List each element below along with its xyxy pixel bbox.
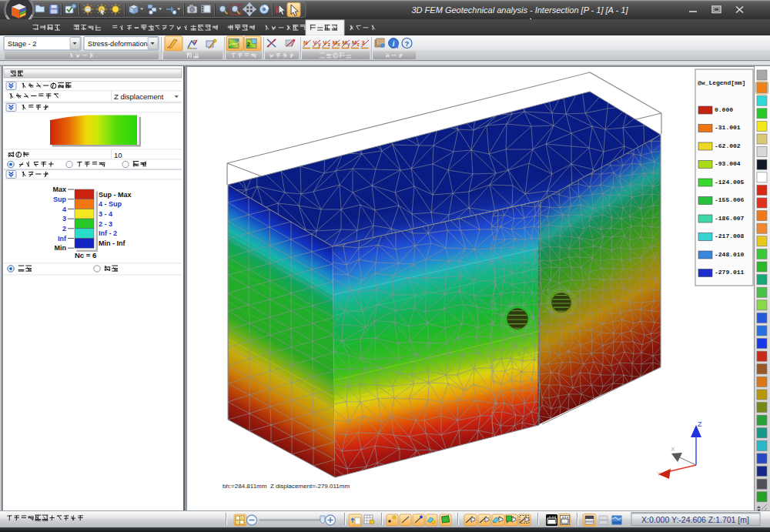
svg-text:2: 2	[62, 225, 66, 233]
svg-text:-155.006: -155.006	[715, 196, 745, 203]
svg-text:Max: Max	[52, 186, 66, 193]
svg-text:Z: Z	[698, 420, 702, 428]
svg-text:Inf - 2: Inf - 2	[99, 229, 117, 237]
svg-text:?: ?	[405, 39, 410, 48]
svg-text:-186.007: -186.007	[715, 215, 745, 222]
svg-text:-31.001: -31.001	[715, 124, 741, 131]
svg-text:3D FEM Geotechnical analysis -: 3D FEM Geotechnical analysis - Intersect…	[411, 5, 628, 15]
svg-text:y: y	[318, 42, 321, 48]
svg-text:2: 2	[247, 42, 250, 47]
svg-text:Inf: Inf	[58, 235, 67, 243]
svg-text:3 - 4: 3 - 4	[99, 210, 112, 218]
svg-text:Y: Y	[657, 470, 661, 477]
svg-text:Z displacement: Z displacement	[114, 92, 164, 101]
svg-text:Sup - Max: Sup - Max	[99, 191, 132, 199]
svg-text:10: 10	[114, 151, 122, 159]
svg-text:-124.005: -124.005	[715, 179, 745, 186]
svg-text:X:0.000 Y:-24.606 Z:1.701 [m]: X:0.000 Y:-24.606 Z:1.701 [m]	[641, 515, 749, 524]
svg-text:Stage - 2: Stage - 2	[8, 40, 36, 48]
svg-text:-217.008: -217.008	[715, 233, 745, 239]
svg-text:0.000: 0.000	[715, 106, 733, 113]
svg-text:-279.011: -279.011	[715, 269, 745, 276]
svg-text:Min - Inf: Min - Inf	[99, 239, 126, 247]
svg-text:Min: Min	[55, 244, 67, 252]
svg-text:4: 4	[62, 206, 66, 213]
svg-text:x: x	[337, 42, 340, 47]
svg-text:4 - Sup: 4 - Sup	[99, 200, 122, 208]
svg-text:2 - 3: 2 - 3	[99, 220, 112, 228]
svg-text:Stress-deformation: Stress-deformation	[88, 40, 148, 48]
svg-text:3: 3	[62, 215, 66, 223]
svg-text:-248.010: -248.010	[715, 251, 745, 258]
svg-text:Nc = 6: Nc = 6	[75, 251, 96, 259]
svg-text:@w_Legend[mm]: @w_Legend[mm]	[698, 79, 745, 86]
svg-text:X: X	[671, 446, 675, 453]
svg-text:Sup: Sup	[53, 196, 67, 203]
svg-text:-93.004: -93.004	[715, 160, 741, 167]
svg-text:R: R	[193, 39, 197, 44]
svg-text:-62.002: -62.002	[715, 142, 741, 149]
svg-text:bh:=284.811mm Z displacement=: bh:=284.811mm Z displacement=-279.011mm	[223, 483, 350, 490]
svg-text:i: i	[393, 40, 395, 48]
svg-text:y: y	[347, 42, 350, 48]
